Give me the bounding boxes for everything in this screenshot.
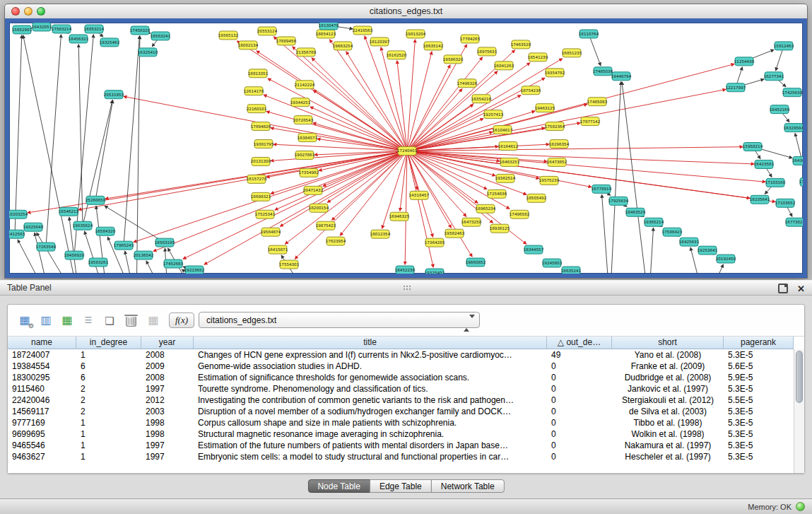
- graph-node[interactable]: 16325410: [138, 48, 158, 57]
- column-header[interactable]: year: [141, 337, 194, 349]
- graph-node[interactable]: 18002134: [238, 41, 259, 49]
- graph-node[interactable]: 21142224: [295, 81, 315, 89]
- graph-node[interactable]: 19354782: [545, 69, 565, 77]
- table-row[interactable]: 1830029562008Estimation of significance …: [8, 372, 794, 383]
- graph-node[interactable]: 16277341: [764, 72, 784, 81]
- graph-node[interactable]: 18384571: [298, 134, 318, 142]
- graph-node[interactable]: 19035624: [73, 221, 93, 230]
- graph-node[interactable]: 19223652: [184, 266, 204, 274]
- graph-node[interactable]: 18456321: [69, 35, 89, 43]
- graph-node[interactable]: 17554301: [279, 260, 300, 269]
- column-header[interactable]: in_degree: [76, 337, 141, 349]
- graph-node[interactable]: 19875423: [316, 221, 336, 230]
- graph-node[interactable]: 17354982: [299, 168, 319, 177]
- graph-node[interactable]: 19381795: [254, 140, 274, 148]
- graph-node[interactable]: 19813204: [406, 30, 426, 38]
- graph-node[interactable]: 18563195: [155, 238, 175, 247]
- tab-node-table[interactable]: Node Table: [307, 479, 370, 493]
- graph-node[interactable]: 17889456: [276, 37, 297, 45]
- table-scrollbar-thumb[interactable]: [796, 351, 803, 403]
- graph-node[interactable]: 18698321: [251, 192, 271, 201]
- graph-node[interactable]: 19663254: [333, 42, 353, 50]
- graph-node[interactable]: 17784265: [460, 35, 481, 43]
- graph-node[interactable]: 19860852: [466, 258, 486, 267]
- graph-node[interactable]: 16851235: [562, 49, 582, 57]
- graph-node[interactable]: 18813351: [248, 69, 269, 78]
- graph-node[interactable]: 18203254: [9, 210, 28, 218]
- graph-node[interactable]: 19583261: [88, 258, 109, 267]
- graph-node[interactable]: 18505492: [526, 194, 546, 202]
- graph-node[interactable]: 15852981: [12, 25, 33, 34]
- graph-node[interactable]: 17496582: [510, 210, 529, 218]
- table-row[interactable]: 946362711997Embryonic stem cells: a mode…: [8, 451, 794, 462]
- graph-node[interactable]: 18635142: [423, 42, 443, 50]
- graph-node[interactable]: 11254438: [734, 57, 755, 66]
- graph-node[interactable]: 17485083: [587, 98, 608, 106]
- graph-node[interactable]: 18463251: [500, 158, 520, 166]
- graph-node[interactable]: 18452169: [770, 105, 790, 114]
- float-panel-icon[interactable]: [778, 284, 788, 293]
- graph-node[interactable]: 19325462: [100, 38, 119, 47]
- column-header[interactable]: short: [612, 337, 724, 349]
- column-header[interactable]: title: [194, 337, 547, 349]
- tab-edge-table[interactable]: Edge Table: [370, 479, 432, 493]
- graph-node[interactable]: 18965234: [476, 204, 496, 213]
- graph-node[interactable]: 17496326: [457, 79, 478, 88]
- graph-node[interactable]: 17364285: [425, 238, 445, 247]
- graph-node[interactable]: 19362514: [495, 174, 516, 182]
- graph-node[interactable]: 18130478: [319, 23, 339, 30]
- graph-node[interactable]: 19582463: [445, 229, 465, 238]
- graph-node[interactable]: 17894826: [251, 122, 271, 131]
- graph-node[interactable]: 16436619: [792, 156, 803, 165]
- graph-node[interactable]: 19325648: [23, 223, 44, 231]
- graph-node[interactable]: 17240401: [397, 147, 418, 156]
- graph-node[interactable]: 18635241: [561, 267, 582, 274]
- graph-node[interactable]: 16473258: [461, 218, 482, 226]
- graph-node[interactable]: 18425631: [679, 238, 700, 246]
- graph-node[interactable]: 18012354: [370, 230, 391, 238]
- graph-node[interactable]: 16412583: [9, 230, 25, 238]
- graph-node[interactable]: 18354216: [471, 95, 492, 103]
- graph-node[interactable]: 18854123: [316, 30, 336, 38]
- graph-node[interactable]: 17463528: [511, 40, 531, 49]
- table-row[interactable]: 911546021997Tourette syndrome. Phenomeno…: [8, 383, 794, 395]
- graph-node[interactable]: 20553124: [257, 27, 278, 35]
- graph-node[interactable]: 17456328: [130, 26, 151, 35]
- graph-node[interactable]: 16162520: [387, 51, 407, 59]
- table-row[interactable]: 946554611997Estimation of the future num…: [8, 440, 794, 451]
- graph-node[interactable]: 18110764: [579, 30, 599, 38]
- graph-node[interactable]: 16157278: [247, 175, 267, 183]
- graph-node[interactable]: 18296354: [549, 140, 570, 148]
- graph-node[interactable]: 20531953: [104, 90, 124, 99]
- graph-node[interactable]: 17563214: [52, 25, 72, 33]
- graph-node[interactable]: 19257413: [483, 110, 504, 119]
- window-title-bar[interactable]: citations_edges.txt: [5, 4, 807, 19]
- graph-node[interactable]: 15812463: [774, 42, 794, 50]
- graph-node[interactable]: 14318457: [409, 191, 430, 199]
- manage-table-icon[interactable]: [16, 312, 33, 329]
- column-header[interactable]: name: [8, 337, 76, 349]
- graph-node[interactable]: 19325401: [425, 269, 445, 274]
- graph-node[interactable]: 18120397: [370, 37, 390, 46]
- table-scrollbar[interactable]: [794, 349, 804, 473]
- table-selector-dropdown[interactable]: citations_edges.txt: [199, 312, 480, 328]
- graph-node[interactable]: 20728543: [293, 116, 314, 124]
- table-row[interactable]: 2242004622012Investigating the contribut…: [8, 395, 794, 406]
- graph-node[interactable]: 18456920: [64, 251, 85, 259]
- graph-node[interactable]: 18463529: [625, 208, 646, 216]
- graph-node[interactable]: 17525341: [255, 210, 276, 218]
- graph-node[interactable]: 18546213: [59, 207, 79, 216]
- graph-node[interactable]: 25260650: [86, 196, 106, 204]
- graph-node[interactable]: 18936125: [490, 224, 510, 233]
- graph-node[interactable]: 19027861: [295, 151, 315, 159]
- table-row[interactable]: 1456911722003Disruption of a novel membe…: [8, 406, 794, 417]
- delete-table-icon[interactable]: [126, 317, 136, 327]
- graph-node[interactable]: 12614178: [244, 87, 264, 95]
- new-table-icon[interactable]: [101, 312, 118, 329]
- panel-divider-grip[interactable]: [401, 284, 411, 291]
- graph-node[interactable]: 20192450: [716, 255, 736, 263]
- graph-node[interactable]: 19245803: [542, 259, 563, 267]
- column-header[interactable]: pagerank: [724, 337, 794, 349]
- graph-node[interactable]: 19586320: [443, 55, 464, 64]
- graph-node[interactable]: 17425630: [782, 88, 803, 97]
